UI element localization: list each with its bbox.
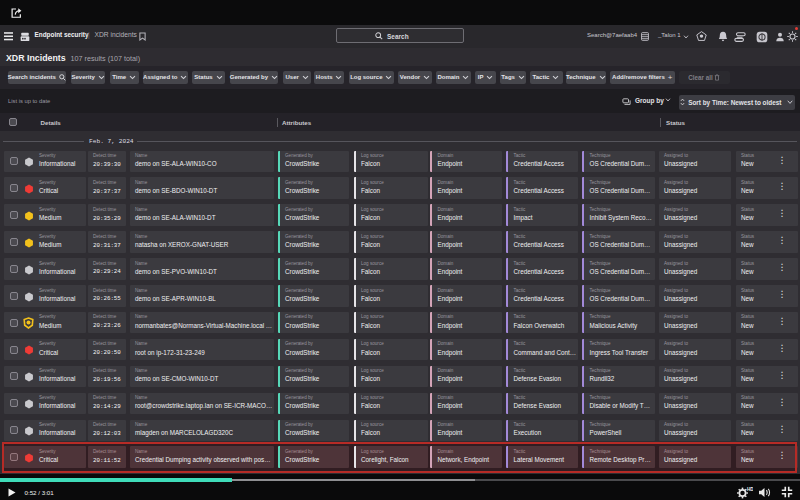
svg-text:HD: HD	[747, 486, 753, 491]
